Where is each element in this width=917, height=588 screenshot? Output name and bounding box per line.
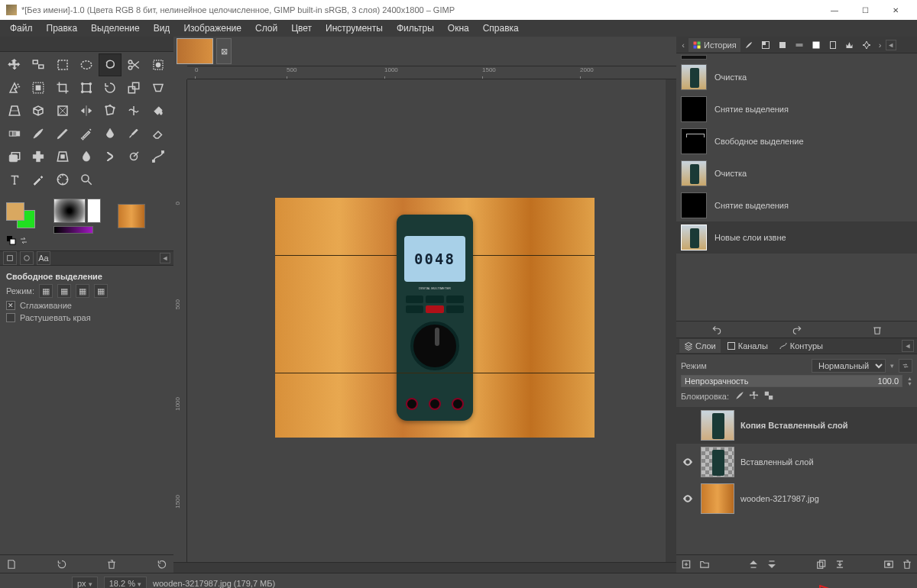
- layers-config-icon[interactable]: ◄: [902, 340, 914, 352]
- pattern-preview[interactable]: [87, 199, 101, 223]
- active-image-thumb[interactable]: [118, 204, 145, 228]
- undo-history-list[interactable]: Очистка Снятие выделения Свободное выдел…: [676, 53, 917, 321]
- channels-tab[interactable]: Каналы: [722, 339, 773, 353]
- layers-tab[interactable]: Слои: [679, 339, 721, 353]
- text-tool-icon[interactable]: [3, 168, 26, 191]
- scrollbar-horizontal[interactable]: [173, 562, 676, 573]
- menu-view[interactable]: Вид: [147, 21, 177, 36]
- heal-tool-icon[interactable]: [27, 145, 50, 168]
- tab-config-icon[interactable]: ◄: [160, 253, 170, 263]
- ink-tool-icon[interactable]: [99, 122, 122, 145]
- history-item[interactable]: Новые слои извне: [676, 221, 917, 254]
- measure-tool-icon[interactable]: [51, 168, 74, 191]
- palettes-tab-icon[interactable]: [808, 38, 825, 52]
- path-tool-icon[interactable]: [147, 145, 170, 168]
- brush-preview[interactable]: [53, 199, 86, 223]
- mode-switch-icon[interactable]: [899, 359, 912, 373]
- layer-row[interactable]: wooden-3217987.jpg: [676, 480, 917, 517]
- move-tool-icon[interactable]: [3, 53, 26, 76]
- menu-filters[interactable]: Фильтры: [390, 21, 441, 36]
- undo-icon[interactable]: [711, 325, 722, 335]
- restore-options-icon[interactable]: [57, 559, 67, 570]
- new-layer-icon[interactable]: [681, 559, 692, 570]
- ruler-horizontal[interactable]: 0 500 1000 1500 2000 2500: [187, 66, 676, 79]
- zoom-field[interactable]: 18.2 % ▾: [104, 577, 147, 589]
- lock-pixels-icon[interactable]: [734, 389, 746, 402]
- tabs-scroll-left-icon[interactable]: ‹: [678, 40, 689, 50]
- image-tab-active[interactable]: [177, 38, 213, 64]
- minimize-button[interactable]: —: [819, 0, 850, 20]
- layer-list[interactable]: Копия Вставленный слой Вставленный слой …: [676, 407, 917, 554]
- mode-add-icon[interactable]: ▦: [57, 284, 71, 298]
- document-history-tab-icon[interactable]: [825, 38, 841, 52]
- save-options-icon[interactable]: [6, 559, 17, 570]
- dock-config-icon[interactable]: ◄: [886, 40, 896, 50]
- device-status-tab-icon[interactable]: [20, 251, 34, 265]
- bucket-fill-tool-icon[interactable]: [147, 99, 170, 122]
- align-tool-icon[interactable]: [27, 53, 50, 76]
- history-item[interactable]: Снятие выделения: [676, 189, 917, 221]
- antialias-checkbox[interactable]: [6, 301, 15, 310]
- perspective-clone-tool-icon[interactable]: [51, 145, 74, 168]
- crop-tool-icon[interactable]: [51, 76, 74, 99]
- fg-color-swatch[interactable]: [6, 202, 24, 221]
- tabs-scroll-right-icon[interactable]: ›: [875, 40, 886, 50]
- layer-name[interactable]: Вставленный слой: [740, 457, 814, 467]
- scissors-tool-icon[interactable]: [122, 53, 145, 76]
- layer-name[interactable]: wooden-3217987.jpg: [740, 494, 819, 503]
- fuzzy-select-tool-icon[interactable]: [3, 76, 26, 99]
- text-tab-icon[interactable]: Aa: [37, 251, 50, 265]
- merge-down-icon[interactable]: [834, 559, 845, 570]
- feather-checkbox[interactable]: [6, 313, 15, 322]
- maximize-button[interactable]: ☐: [850, 0, 880, 20]
- dodge-burn-tool-icon[interactable]: [122, 145, 145, 168]
- shear-tool-icon[interactable]: [147, 76, 170, 99]
- image-tab-close-icon[interactable]: ⊠: [216, 38, 232, 64]
- gradients-tab-icon[interactable]: [791, 38, 808, 52]
- color-picker-tool-icon[interactable]: [27, 168, 50, 191]
- menu-file[interactable]: Файл: [3, 21, 40, 36]
- menu-edit[interactable]: Правка: [40, 21, 85, 36]
- swap-colors-icon[interactable]: [18, 235, 29, 246]
- ellipse-select-tool-icon[interactable]: [75, 53, 98, 76]
- paths-tab[interactable]: Контуры: [774, 339, 828, 353]
- mode-subtract-icon[interactable]: ▦: [76, 284, 89, 298]
- delete-layer-icon[interactable]: [902, 559, 912, 570]
- clear-history-icon[interactable]: [872, 325, 883, 335]
- opacity-up-icon[interactable]: ▲: [907, 376, 912, 381]
- rotate-tool-icon[interactable]: [99, 76, 122, 99]
- unit-selector[interactable]: px ▾: [72, 577, 98, 589]
- eraser-tool-icon[interactable]: [147, 122, 170, 145]
- airbrush-tool-icon[interactable]: [75, 122, 98, 145]
- default-colors-icon[interactable]: [6, 235, 17, 246]
- layer-visibility-icon[interactable]: [681, 492, 695, 506]
- smudge-tool-icon[interactable]: [99, 145, 122, 168]
- mask-icon[interactable]: [883, 559, 894, 570]
- handle-transform-tool-icon[interactable]: [51, 99, 74, 122]
- perspective-tool-icon[interactable]: [3, 99, 26, 122]
- canvas-viewport[interactable]: 0048 DIGITAL MULTIMETER: [187, 79, 666, 562]
- raise-layer-icon[interactable]: [748, 559, 759, 570]
- patterns-tab-icon[interactable]: [757, 38, 774, 52]
- menu-layer[interactable]: Слой: [248, 21, 284, 36]
- rect-select-tool-icon[interactable]: [51, 53, 74, 76]
- menu-color[interactable]: Цвет: [284, 21, 319, 36]
- menu-image[interactable]: Изображение: [177, 21, 248, 36]
- history-item[interactable]: Очистка: [676, 61, 917, 93]
- blend-mode-select[interactable]: Нормальный: [812, 359, 886, 373]
- layer-visibility-icon[interactable]: [681, 455, 695, 469]
- navigation-tab-icon[interactable]: [858, 38, 875, 52]
- layer-name[interactable]: Копия Вставленный слой: [740, 421, 847, 430]
- warp-tool-icon[interactable]: [122, 99, 145, 122]
- cage-tool-icon[interactable]: [99, 99, 122, 122]
- scale-tool-icon[interactable]: [122, 76, 145, 99]
- opacity-down-icon[interactable]: ▼: [907, 381, 912, 386]
- gradient-preview[interactable]: [53, 226, 93, 234]
- lock-alpha-icon[interactable]: [763, 389, 775, 402]
- fonts-tab-icon[interactable]: [774, 38, 791, 52]
- duplicate-layer-icon[interactable]: [816, 559, 827, 570]
- flip-tool-icon[interactable]: [75, 99, 98, 122]
- zoom-tool-icon[interactable]: [75, 168, 98, 191]
- clone-tool-icon[interactable]: [3, 145, 26, 168]
- mode-intersect-icon[interactable]: ▦: [94, 284, 108, 298]
